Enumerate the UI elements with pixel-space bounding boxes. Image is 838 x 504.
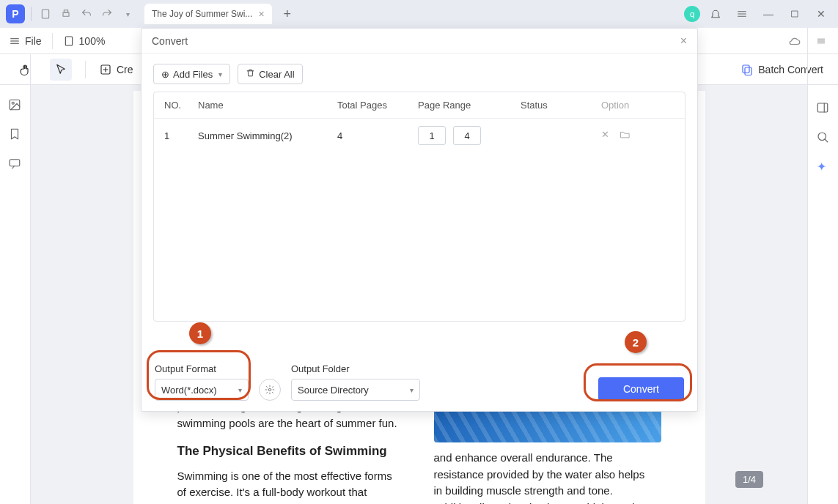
svg-line-25 xyxy=(825,139,828,142)
doc-text: Additionally, swimming burns a high numb… xyxy=(434,500,661,505)
table-header: NO. Name Total Pages Page Range Status O… xyxy=(154,92,685,119)
chevron-down-icon: ▾ xyxy=(218,70,222,78)
col-option: Option xyxy=(601,100,675,111)
dialog-bottom: Output Format Word(*.docx) ▾ Output Fold… xyxy=(141,356,697,411)
bookmarks-icon[interactable] xyxy=(8,127,23,142)
page-from-input[interactable]: 1 xyxy=(418,126,446,145)
svg-rect-0 xyxy=(42,10,48,18)
svg-rect-2 xyxy=(64,10,67,12)
col-total-pages: Total Pages xyxy=(337,100,418,111)
clear-all-label: Clear All xyxy=(259,69,294,80)
plus-circle-icon: ⊕ xyxy=(161,69,169,80)
zoom-value: 100% xyxy=(79,35,106,47)
print-icon[interactable] xyxy=(58,6,74,22)
cell-page-range: 1 4 xyxy=(418,126,521,145)
panel-icon[interactable] xyxy=(816,101,831,116)
undo-icon[interactable] xyxy=(78,6,95,22)
app-logo: P xyxy=(6,4,25,23)
select-tool[interactable] xyxy=(50,59,72,81)
chevron-down-icon: ▾ xyxy=(410,386,414,394)
doc-text: in building muscle strength and tone. xyxy=(434,483,661,500)
file-table: NO. Name Total Pages Page Range Status O… xyxy=(153,92,686,322)
svg-point-26 xyxy=(268,388,271,391)
format-settings-button[interactable] xyxy=(259,379,281,401)
output-format-select[interactable]: Word(*.docx) ▾ xyxy=(155,379,249,401)
svg-rect-10 xyxy=(65,37,72,45)
add-files-button[interactable]: ⊕ Add Files ▾ xyxy=(153,64,230,84)
tab-label: The Joy of Summer Swi... xyxy=(152,9,252,19)
svg-rect-18 xyxy=(745,67,751,75)
search-icon[interactable] xyxy=(816,130,831,145)
doc-text: and enhance overall endurance. The xyxy=(434,450,661,467)
output-folder-label: Output Folder xyxy=(291,363,420,374)
output-format-label: Output Format xyxy=(155,363,249,374)
svg-rect-21 xyxy=(10,160,20,166)
svg-point-20 xyxy=(12,102,14,104)
dropdown-caret-icon[interactable]: ▾ xyxy=(120,6,136,22)
output-folder-field: Output Folder Source Directory ▾ xyxy=(291,363,420,401)
add-files-label: Add Files xyxy=(173,69,213,80)
doc-text: Swimming is one of the most effective fo… xyxy=(177,468,405,485)
cell-option: ✕ xyxy=(601,129,675,142)
trash-icon xyxy=(246,68,255,80)
output-format-value: Word(*.docx) xyxy=(161,385,217,396)
create-button[interactable]: Cre xyxy=(99,63,133,76)
minimize-button[interactable]: — xyxy=(757,8,779,20)
svg-rect-22 xyxy=(817,103,828,112)
dialog-close-button[interactable]: × xyxy=(680,34,687,48)
col-page-range: Page Range xyxy=(418,100,521,111)
page-to-input[interactable]: 4 xyxy=(453,126,481,145)
right-sidebar: ✦ xyxy=(807,28,838,504)
remove-row-icon[interactable]: ✕ xyxy=(601,129,609,142)
output-folder-select[interactable]: Source Directory ▾ xyxy=(291,379,420,401)
file-menu[interactable]: File xyxy=(9,35,42,47)
output-format-field: Output Format Word(*.docx) ▾ xyxy=(155,363,249,401)
dialog-title: Convert xyxy=(152,35,188,47)
dialog-toolbar: ⊕ Add Files ▾ Clear All xyxy=(141,53,697,92)
thumbnails-icon[interactable] xyxy=(8,98,23,113)
left-sidebar xyxy=(0,54,31,504)
clear-all-button[interactable]: Clear All xyxy=(238,64,302,84)
open-folder-icon[interactable] xyxy=(620,129,631,142)
new-tab-button[interactable]: + xyxy=(284,7,292,22)
redo-icon[interactable] xyxy=(99,6,115,22)
svg-rect-6 xyxy=(792,11,798,17)
close-window-button[interactable]: ✕ xyxy=(810,8,832,20)
file-menu-label: File xyxy=(25,35,42,47)
cell-no: 1 xyxy=(164,130,198,141)
document-tab[interactable]: The Joy of Summer Swi... × xyxy=(144,4,272,24)
col-name: Name xyxy=(198,100,337,111)
tab-close-icon[interactable]: × xyxy=(258,8,264,20)
comments-icon[interactable] xyxy=(8,157,23,171)
svg-rect-17 xyxy=(743,65,749,73)
hamburger-icon[interactable] xyxy=(731,8,753,20)
create-label: Cre xyxy=(117,64,133,75)
convert-dialog: Convert × ⊕ Add Files ▾ Clear All NO. Na… xyxy=(141,28,698,412)
bell-icon[interactable] xyxy=(705,8,727,20)
chevron-down-icon: ▾ xyxy=(238,386,242,394)
output-folder-value: Source Directory xyxy=(298,385,369,396)
cloud-icon[interactable] xyxy=(787,33,803,49)
doc-text: swimming pools are the heart of summer f… xyxy=(177,415,405,432)
col-status: Status xyxy=(521,100,601,111)
table-row: 1 Summer Swimming(2) 4 1 4 ✕ xyxy=(154,119,685,152)
user-avatar[interactable]: q xyxy=(684,6,700,22)
cell-name: Summer Swimming(2) xyxy=(198,130,337,141)
doc-text: of exercise. It's a full-body workout th… xyxy=(177,484,405,501)
doc-heading: The Physical Benefits of Swimming xyxy=(177,442,405,461)
convert-button[interactable]: Convert xyxy=(598,377,684,401)
titlebar: P ▾ The Joy of Summer Swi... × + q — ✕ xyxy=(0,0,838,28)
maximize-button[interactable] xyxy=(784,10,806,18)
ai-sparkle-icon[interactable]: ✦ xyxy=(817,160,830,173)
svg-rect-1 xyxy=(63,12,69,16)
cell-total-pages: 4 xyxy=(337,130,418,141)
zoom-control[interactable]: 100% xyxy=(63,35,106,47)
doc-text: resistance provided by the water also he… xyxy=(434,467,661,483)
page-indicator[interactable]: 1/4 xyxy=(735,471,763,488)
file-icon[interactable] xyxy=(37,6,54,22)
dialog-title-bar: Convert × xyxy=(141,29,697,53)
col-no: NO. xyxy=(164,100,198,111)
